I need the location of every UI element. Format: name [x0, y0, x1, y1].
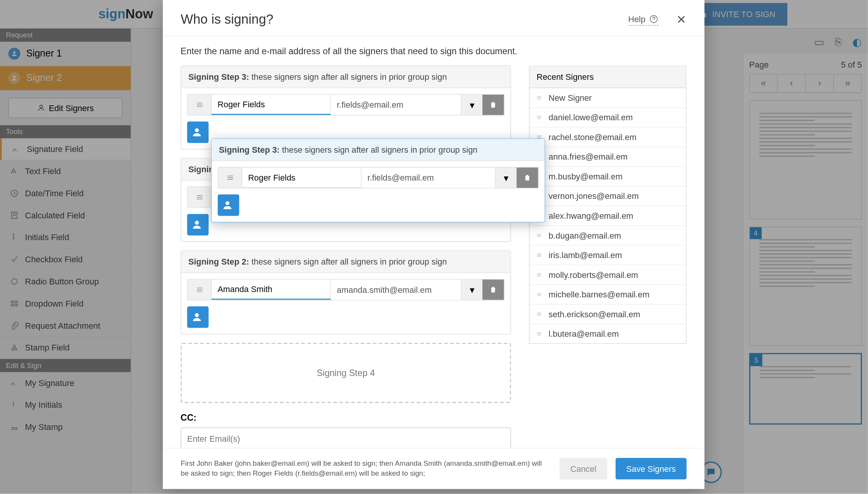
- drag-handle-icon[interactable]: [188, 187, 212, 207]
- step-header: Signing Step 3: these signers sign after…: [212, 139, 545, 161]
- delete-icon[interactable]: [483, 280, 504, 300]
- signer-name-input[interactable]: [242, 168, 361, 188]
- signer-email-input[interactable]: [331, 95, 461, 115]
- recent-signer-item[interactable]: michelle.barnes@email.em: [530, 285, 686, 305]
- signing-step-3: Signing Step 3: these signers sign after…: [181, 66, 511, 150]
- help-link[interactable]: Help: [628, 14, 658, 26]
- svg-point-13: [195, 313, 199, 317]
- add-signer-button[interactable]: [218, 194, 239, 216]
- signer-name-input[interactable]: [212, 280, 331, 300]
- dropdown-icon[interactable]: ▾: [461, 280, 482, 300]
- close-icon[interactable]: ✕: [676, 13, 687, 27]
- signing-order-summary: First John Baker (john.baker@email.em) w…: [181, 458, 551, 478]
- signer-entry: ▾: [218, 167, 538, 188]
- recent-signer-item[interactable]: rachel.stone@email.em: [530, 128, 686, 147]
- signer-entry: ▾: [187, 94, 504, 116]
- add-signer-button[interactable]: [187, 122, 209, 143]
- recent-signer-item[interactable]: seth.erickson@email.em: [530, 305, 686, 324]
- recent-signer-item[interactable]: daniel.lowe@email.em: [530, 108, 686, 128]
- signing-step-2: Signing Step 2: these signers sign after…: [181, 250, 511, 334]
- recent-signer-item[interactable]: m.busby@email.em: [530, 167, 686, 187]
- recent-signer-item[interactable]: l.butera@email.em: [530, 324, 686, 344]
- drag-handle-icon[interactable]: [188, 95, 212, 115]
- recent-signers-list: New Signerdaniel.lowe@email.emrachel.sto…: [529, 88, 686, 344]
- signer-email-input[interactable]: [331, 280, 461, 300]
- svg-point-12: [195, 221, 199, 224]
- dropdown-icon[interactable]: ▾: [495, 168, 516, 188]
- signer-name-input[interactable]: [212, 95, 331, 115]
- drag-handle-icon[interactable]: [188, 280, 212, 300]
- step-header: Signing Step 3: these signers sign after…: [181, 66, 511, 88]
- step-header: Signing Step 2: these signers sign after…: [181, 251, 511, 273]
- recent-signer-item[interactable]: New Signer: [530, 88, 686, 108]
- modal-title: Who is signing?: [181, 12, 273, 27]
- who-is-signing-modal: Who is signing? Help ✕ Enter the name an…: [163, 0, 704, 489]
- recent-signer-item[interactable]: alex.hwang@email.em: [530, 206, 686, 226]
- signer-entry: ▾: [187, 279, 504, 300]
- modal-instruction: Enter the name and e-mail address of all…: [181, 46, 687, 56]
- svg-point-14: [225, 201, 229, 205]
- recent-signer-item[interactable]: anna.fries@email.em: [530, 147, 686, 167]
- dragged-step-card[interactable]: Signing Step 3: these signers sign after…: [211, 138, 545, 222]
- recent-signer-item[interactable]: molly.roberts@email.em: [530, 265, 686, 285]
- recent-signer-item[interactable]: b.dugan@email.em: [530, 226, 686, 246]
- recent-signers-header: Recent Signers: [529, 66, 686, 88]
- cc-email-input[interactable]: [181, 428, 511, 448]
- recent-signers-column: Recent Signers New Signerdaniel.lowe@ema…: [529, 66, 686, 448]
- modal-header: Who is signing? Help ✕: [163, 0, 704, 36]
- signer-email-input[interactable]: [362, 168, 495, 188]
- cancel-button[interactable]: Cancel: [559, 458, 607, 479]
- modal-body: Enter the name and e-mail address of all…: [163, 36, 704, 448]
- delete-icon[interactable]: [517, 168, 538, 188]
- recent-signer-item[interactable]: iris.lamb@email.em: [530, 246, 686, 266]
- cc-label: CC:: [181, 413, 511, 423]
- add-signer-button[interactable]: [187, 307, 209, 328]
- recent-signer-item[interactable]: vernon.jones@email.em: [530, 187, 686, 207]
- drag-handle-icon[interactable]: [218, 168, 242, 188]
- svg-point-11: [195, 128, 199, 132]
- signing-steps-column: Signing Step 3: these signers sign after…: [181, 66, 511, 448]
- save-signers-button[interactable]: Save Signers: [616, 458, 687, 479]
- dropdown-icon[interactable]: ▾: [461, 95, 482, 115]
- delete-icon[interactable]: [483, 95, 504, 115]
- modal-footer: First John Baker (john.baker@email.em) w…: [163, 448, 704, 489]
- add-signer-button[interactable]: [187, 214, 209, 236]
- signing-step-4-dropzone[interactable]: Signing Step 4: [181, 343, 511, 403]
